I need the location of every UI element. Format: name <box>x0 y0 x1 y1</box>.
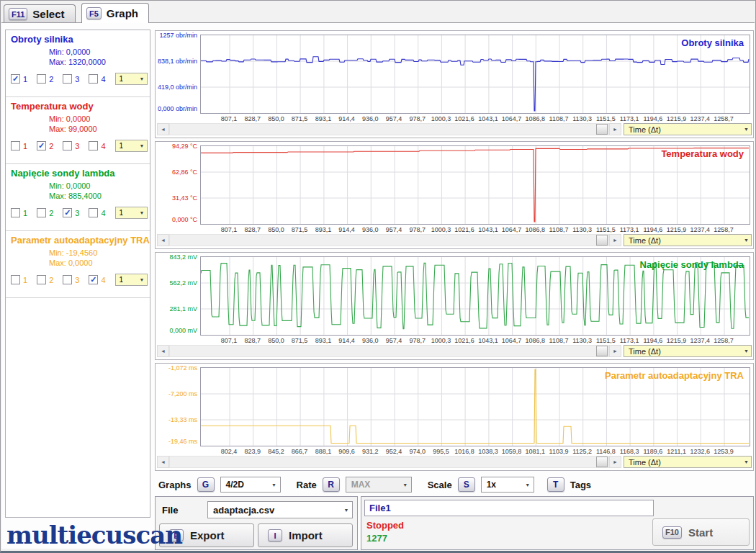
slot-checkbox-label: 1 <box>23 142 27 150</box>
scroll-left-button[interactable]: ◄ <box>157 123 169 135</box>
slot-checkbox[interactable]: ✓ <box>63 208 72 217</box>
content-frame: Obroty silnikaMin: 0,0000Max: 1320,0000✓… <box>1 22 755 549</box>
session-name-input[interactable]: File1 <box>364 500 654 516</box>
axis-slot-value: 1 <box>120 142 124 150</box>
y-axis-label: -7,200 ms <box>157 390 197 397</box>
channel-slot-row: 123✓41▼ <box>11 274 148 286</box>
slot-checkbox[interactable] <box>63 275 72 284</box>
slot-checkbox[interactable]: ✓ <box>37 141 46 150</box>
scroll-track[interactable] <box>169 345 609 357</box>
scroll-right-button[interactable]: ► <box>609 123 621 135</box>
slot-checkbox[interactable] <box>63 74 72 84</box>
axis-slot-select[interactable]: 1▼ <box>115 207 148 219</box>
scroll-track[interactable] <box>169 456 609 468</box>
scroll-thumb[interactable] <box>596 235 608 246</box>
slot-checkbox[interactable]: ✓ <box>11 74 20 84</box>
scroll-track[interactable] <box>169 234 609 246</box>
start-button[interactable]: F10 Start <box>652 518 750 546</box>
x-axis-mode-select[interactable]: Time (Δt)▼ <box>624 345 752 357</box>
x-axis-mode-select[interactable]: Time (Δt)▼ <box>624 234 752 246</box>
slot-checkbox-label: 3 <box>75 142 79 150</box>
scroll-right-button[interactable]: ► <box>609 456 621 468</box>
chevron-down-icon: ▼ <box>744 459 751 464</box>
brand-logo: multiecuscan <box>6 521 182 549</box>
plot-area[interactable]: Obroty silnika <box>200 35 750 114</box>
slot-checkbox[interactable] <box>63 141 72 150</box>
tags-key-button[interactable]: T <box>547 477 564 492</box>
channel-title: Temperatura wody <box>11 101 94 112</box>
channel-title: Napięcie sondy lambda <box>11 168 115 179</box>
y-axis-label: 281,1 mV <box>157 305 197 313</box>
channel-max-value: Max: 1320,0000 <box>49 58 106 66</box>
tab-graph[interactable]: F5 Graph <box>81 3 149 23</box>
scroll-left-button[interactable]: ◄ <box>157 345 169 357</box>
import-button[interactable]: I Import <box>258 523 353 547</box>
scroll-thumb[interactable] <box>596 346 608 356</box>
chevron-down-icon: ▼ <box>744 127 751 132</box>
channel-slot-row: 12✓341▼ <box>11 207 148 219</box>
x-axis-mode-value: Time (Δt) <box>629 236 661 245</box>
slot-checkbox-label: 4 <box>101 276 105 284</box>
axis-slot-select[interactable]: 1▼ <box>115 73 148 85</box>
rate-key-button[interactable]: R <box>323 477 340 492</box>
rate-label: Rate <box>297 480 317 490</box>
y-axis-label: 843,2 mV <box>157 253 197 261</box>
x-axis-mode-select[interactable]: Time (Δt)▼ <box>624 123 752 135</box>
graphs-key-button[interactable]: G <box>197 477 215 492</box>
file-box: File adaptacja.csv ▼ E Export I Import <box>155 496 358 550</box>
slot-checkbox[interactable] <box>11 208 20 217</box>
chevron-down-icon: ▼ <box>140 277 147 282</box>
plot-area[interactable]: Napięcie sondy lambda <box>200 256 750 336</box>
slot-checkbox-label: 2 <box>49 142 53 150</box>
graph-panel-1: 1257 obr/min838,1 obr/min419,0 obr/min0,… <box>155 30 754 138</box>
x-tick-label: 1253,9 <box>708 448 739 455</box>
x-axis-mode-value: Time (Δt) <box>629 347 661 356</box>
slot-checkbox[interactable] <box>37 74 46 84</box>
slot-checkbox[interactable] <box>89 208 98 217</box>
slot-checkbox[interactable] <box>37 208 46 217</box>
scale-select[interactable]: 1x ▼ <box>481 477 534 493</box>
scale-key-button[interactable]: S <box>458 477 475 492</box>
scale-label: Scale <box>428 480 452 490</box>
graph-panel-3: 843,2 mV562,2 mV281,1 mV0,000 mVNapięcie… <box>155 252 754 360</box>
scroll-left-button[interactable]: ◄ <box>157 234 169 246</box>
graphs-mode-value: 4/2D <box>226 480 244 490</box>
plot-area[interactable]: Temperatura wody <box>200 145 750 225</box>
y-axis-label: 31,43 °C <box>157 194 197 202</box>
scroll-track[interactable] <box>169 123 609 135</box>
slot-checkbox[interactable] <box>37 275 46 284</box>
scroll-thumb[interactable] <box>596 124 608 135</box>
x-axis-mode-select[interactable]: Time (Δt)▼ <box>624 456 752 468</box>
slot-checkbox[interactable] <box>11 141 20 150</box>
slot-checkbox[interactable]: ✓ <box>89 275 98 284</box>
tab-select[interactable]: F11 Select <box>4 4 76 23</box>
graph-title: Obroty silnika <box>681 37 744 48</box>
scroll-right-button[interactable]: ► <box>609 234 621 246</box>
axis-slot-select[interactable]: 1▼ <box>115 274 148 286</box>
channel-max-value: Max: 885,4000 <box>49 192 102 200</box>
y-axis-label: 419,0 obr/min <box>157 84 197 91</box>
scroll-left-button[interactable]: ◄ <box>157 456 169 468</box>
y-axis-label: -1,072 ms <box>157 364 197 372</box>
graphs-mode-select[interactable]: 4/2D ▼ <box>220 477 281 493</box>
i-key-badge: I <box>268 529 282 541</box>
slot-checkbox[interactable] <box>89 141 98 150</box>
y-axis-label: -13,33 ms <box>157 416 197 423</box>
slot-checkbox-label: 2 <box>49 276 53 284</box>
plot-area[interactable]: Parametr autoadaptacyjny TRA <box>200 367 750 446</box>
scroll-right-button[interactable]: ► <box>609 345 621 357</box>
y-axis-label: -19,46 ms <box>157 438 197 445</box>
slot-checkbox[interactable] <box>89 74 98 84</box>
slot-checkbox[interactable] <box>11 275 20 284</box>
file-select[interactable]: adaptacja.csv ▼ <box>207 501 353 518</box>
axis-slot-select[interactable]: 1▼ <box>115 140 148 152</box>
chevron-down-icon: ▼ <box>744 349 751 354</box>
x-axis-mode-value: Time (Δt) <box>629 125 661 134</box>
channel-section-4: Parametr autoadaptacyjny TRAMin: -19,456… <box>6 231 150 298</box>
chevron-down-icon: ▼ <box>140 210 147 215</box>
chevron-down-icon: ▼ <box>269 482 280 487</box>
scroll-thumb[interactable] <box>596 457 608 467</box>
chevron-down-icon: ▼ <box>744 238 751 243</box>
y-axis-label: 0,000 obr/min <box>157 105 197 112</box>
status-state: Stopped <box>366 520 404 531</box>
